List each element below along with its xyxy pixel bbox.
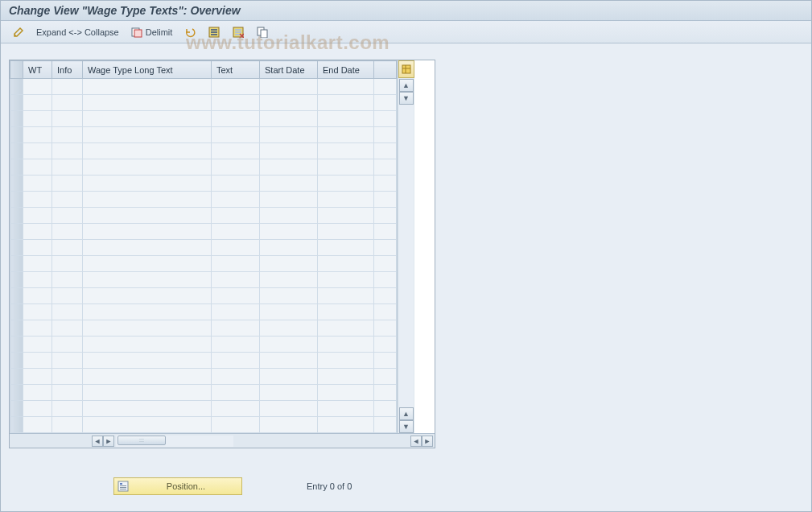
cell-end-date[interactable] [318,353,374,369]
col-end-date[interactable]: End Date [318,61,374,79]
cell-text[interactable] [212,240,260,256]
hscroll-right-end-button[interactable]: ► [422,436,433,447]
cell-info[interactable] [52,304,83,320]
cell-start-date[interactable] [260,401,318,417]
row-selector[interactable] [10,385,23,401]
table-row[interactable] [10,337,397,353]
undo-button[interactable] [180,24,200,40]
cell-text[interactable] [212,95,260,111]
cell-info[interactable] [52,192,83,208]
cell-text[interactable] [212,175,260,192]
cell-end-date[interactable] [318,337,374,353]
row-selector[interactable] [10,95,23,111]
hscroll-track[interactable]: ::: [116,436,233,447]
cell-long-text[interactable] [83,256,212,272]
cell-long-text[interactable] [83,208,212,224]
cell-info[interactable] [52,79,83,95]
cell-info[interactable] [52,320,83,337]
cell-end-date[interactable] [318,208,374,224]
cell-info[interactable] [52,159,83,175]
table-row[interactable] [10,369,397,385]
cell-info[interactable] [52,95,83,111]
cell-info[interactable] [52,240,83,256]
cell-long-text[interactable] [83,353,212,369]
cell-wt[interactable] [23,304,52,320]
cell-text[interactable] [212,369,260,385]
row-selector[interactable] [10,111,23,127]
cell-start-date[interactable] [260,369,318,385]
position-button[interactable]: Position... [113,477,242,495]
cell-long-text[interactable] [83,240,212,256]
cell-end-date[interactable] [318,256,374,272]
select-all-button[interactable] [204,24,224,40]
cell-end-date[interactable] [318,224,374,240]
cell-text[interactable] [212,272,260,288]
row-selector[interactable] [10,159,23,175]
cell-wt[interactable] [23,385,52,401]
table-row[interactable] [10,401,397,417]
cell-text[interactable] [212,385,260,401]
cell-text[interactable] [212,417,260,433]
table-row[interactable] [10,175,397,192]
cell-long-text[interactable] [83,369,212,385]
cell-end-date[interactable] [318,288,374,304]
cell-long-text[interactable] [83,417,212,433]
cell-text[interactable] [212,143,260,159]
cell-text[interactable] [212,353,260,369]
cell-info[interactable] [52,401,83,417]
col-selector[interactable] [10,61,23,79]
col-wt[interactable]: WT [23,61,52,79]
scroll-track[interactable] [399,105,414,407]
cell-long-text[interactable] [83,192,212,208]
cell-long-text[interactable] [83,337,212,353]
cell-long-text[interactable] [83,159,212,175]
row-selector[interactable] [10,417,23,433]
cell-wt[interactable] [23,417,52,433]
scroll-up-end-button[interactable]: ▲ [399,407,414,420]
col-start-date[interactable]: Start Date [260,61,318,79]
hscroll-left-button[interactable]: ◄ [92,436,103,447]
table-row[interactable] [10,320,397,337]
scroll-down-end-button[interactable]: ▼ [399,420,414,433]
cell-text[interactable] [212,337,260,353]
table-row[interactable] [10,127,397,143]
table-row[interactable] [10,385,397,401]
table-config-button[interactable] [398,60,414,78]
cell-text[interactable] [212,79,260,95]
cell-wt[interactable] [23,95,52,111]
table-row[interactable] [10,95,397,111]
row-selector[interactable] [10,143,23,159]
cell-wt[interactable] [23,272,52,288]
cell-wt[interactable] [23,288,52,304]
cell-info[interactable] [52,353,83,369]
cell-end-date[interactable] [318,79,374,95]
table-row[interactable] [10,208,397,224]
cell-wt[interactable] [23,337,52,353]
table-row[interactable] [10,79,397,95]
row-selector[interactable] [10,79,23,95]
table-row[interactable] [10,143,397,159]
cell-long-text[interactable] [83,304,212,320]
row-selector[interactable] [10,192,23,208]
cell-end-date[interactable] [318,304,374,320]
cell-long-text[interactable] [83,272,212,288]
cell-start-date[interactable] [260,95,318,111]
scroll-down-button[interactable]: ▼ [399,92,414,105]
cell-info[interactable] [52,143,83,159]
cell-wt[interactable] [23,369,52,385]
table-row[interactable] [10,417,397,433]
cell-start-date[interactable] [260,111,318,127]
cell-wt[interactable] [23,111,52,127]
row-selector[interactable] [10,369,23,385]
cell-info[interactable] [52,417,83,433]
hscroll-right-button[interactable]: ► [103,436,114,447]
row-selector[interactable] [10,337,23,353]
cell-wt[interactable] [23,159,52,175]
cell-wt[interactable] [23,256,52,272]
row-selector[interactable] [10,320,23,337]
copy-button[interactable] [253,24,272,40]
cell-info[interactable] [52,127,83,143]
cell-end-date[interactable] [318,272,374,288]
table-row[interactable] [10,304,397,320]
cell-info[interactable] [52,272,83,288]
